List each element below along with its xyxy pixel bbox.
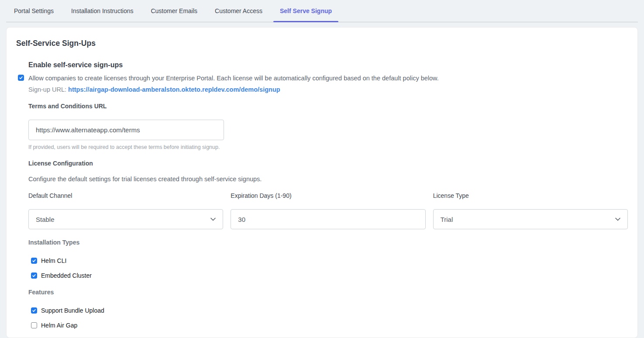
- helm-cli-checkbox[interactable]: [31, 258, 37, 264]
- installation-types-label: Installation Types: [28, 239, 628, 246]
- tab-portal-settings[interactable]: Portal Settings: [7, 0, 60, 22]
- settings-tabbar: Portal Settings Installation Instruction…: [6, 0, 638, 22]
- expiration-days-input[interactable]: 30: [231, 209, 425, 229]
- installation-type-embedded-cluster-row: Embedded Cluster: [31, 272, 628, 279]
- enable-signups-checkbox[interactable]: [18, 75, 24, 81]
- helm-air-gap-label: Helm Air Gap: [41, 322, 77, 329]
- chevron-down-icon: [210, 217, 216, 221]
- helm-air-gap-checkbox[interactable]: [31, 322, 37, 328]
- license-type-label: License Type: [433, 192, 628, 199]
- terms-url-label: Terms and Conditions URL: [28, 103, 628, 110]
- signup-url-line: Sign-up URL: https://airgap-download-amb…: [28, 86, 628, 93]
- terms-url-helper: If provided, users will be required to a…: [28, 144, 628, 150]
- feature-support-bundle-upload-row: Support Bundle Upload: [31, 307, 628, 314]
- expiration-days-label: Expiration Days (1-90): [231, 192, 425, 199]
- expiration-days-value: 30: [238, 216, 245, 223]
- terms-url-input[interactable]: [28, 120, 224, 140]
- default-channel-value: Stable: [36, 216, 55, 223]
- license-config-grid: Default Channel Expiration Days (1-90) L…: [28, 192, 628, 229]
- embedded-cluster-label: Embedded Cluster: [41, 272, 92, 279]
- signup-url-label: Sign-up URL:: [28, 86, 66, 93]
- check-icon: [32, 273, 36, 278]
- page-title: Self-Service Sign-Ups: [16, 39, 628, 48]
- tab-installation-instructions[interactable]: Installation Instructions: [65, 0, 140, 22]
- tab-self-serve-signup[interactable]: Self Serve Signup: [273, 0, 338, 22]
- embedded-cluster-checkbox[interactable]: [31, 272, 37, 279]
- self-serve-signup-panel: Self-Service Sign-Ups Enable self-servic…: [6, 27, 638, 338]
- enable-signups-row: Allow companies to create licenses throu…: [18, 74, 628, 83]
- support-bundle-upload-checkbox[interactable]: [31, 307, 37, 314]
- enable-signups-heading: Enable self-service sign-ups: [28, 61, 628, 69]
- license-type-select[interactable]: Trial: [433, 209, 628, 229]
- default-channel-select[interactable]: Stable: [28, 209, 223, 229]
- feature-helm-air-gap-row: Helm Air Gap: [31, 322, 628, 329]
- default-channel-label: Default Channel: [28, 192, 223, 199]
- helm-cli-label: Helm CLI: [41, 257, 66, 264]
- enable-signups-description: Allow companies to create licenses throu…: [28, 74, 439, 83]
- chevron-down-icon: [615, 217, 620, 221]
- license-configuration-label: License Configuration: [28, 160, 628, 167]
- tab-customer-emails[interactable]: Customer Emails: [144, 0, 204, 22]
- check-icon: [32, 259, 36, 263]
- license-configuration-description: Configure the default settings for trial…: [28, 176, 628, 183]
- installation-type-helm-cli-row: Helm CLI: [31, 257, 628, 264]
- tab-customer-access[interactable]: Customer Access: [208, 0, 269, 22]
- license-type-value: Trial: [441, 216, 453, 223]
- support-bundle-upload-label: Support Bundle Upload: [41, 307, 104, 314]
- features-label: Features: [28, 289, 628, 296]
- check-icon: [19, 76, 23, 80]
- check-icon: [32, 308, 36, 313]
- signup-url-link[interactable]: https://airgap-download-amberalston.okte…: [68, 86, 280, 93]
